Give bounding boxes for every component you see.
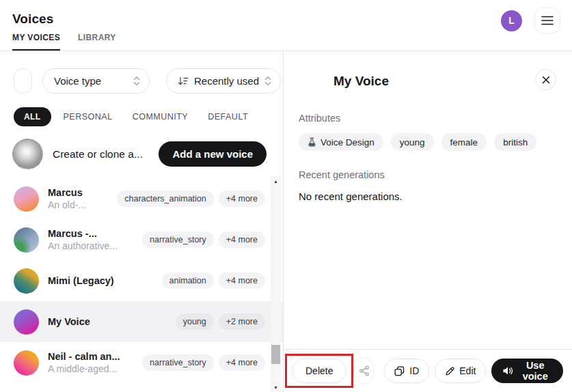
share-button[interactable] (353, 358, 374, 384)
page-title: Voices (12, 12, 53, 27)
speaker-icon (502, 366, 513, 376)
voice-avatar (14, 186, 39, 212)
flask-icon (308, 137, 316, 147)
voice-type-label: Voice type (54, 75, 101, 87)
voice-more-tags[interactable]: +2 more (219, 313, 265, 330)
voice-subtitle: An authorative... (48, 240, 118, 251)
share-icon (359, 365, 370, 376)
list-scrollbar[interactable]: ▲ ▼ (271, 176, 281, 392)
tab-my-voices[interactable]: MY VOICES (12, 33, 60, 51)
chevron-updown-icon (133, 76, 140, 86)
attribute-label: british (503, 137, 528, 148)
attribute-label: Voice Design (321, 137, 374, 148)
pencil-icon (445, 366, 454, 376)
voice-name: Mimi (Legacy) (48, 275, 114, 286)
voice-name: Neil - calm an... (48, 351, 120, 362)
voice-name: Marcus -... (48, 228, 118, 239)
add-new-voice-button[interactable]: Add a new voice (159, 141, 267, 167)
attributes-row: Voice Design young female british (299, 133, 572, 151)
attribute-female: female (441, 133, 487, 151)
edit-label: Edit (459, 365, 476, 376)
chip-personal[interactable]: PERSONAL (64, 112, 113, 122)
voice-row-my-voice[interactable]: My Voice young +2 more (0, 301, 283, 342)
voice-row-mimi[interactable]: Mimi (Legacy) animation +4 more (0, 260, 283, 301)
use-voice-button[interactable]: Use voice (491, 359, 563, 383)
voice-avatar (14, 350, 39, 376)
voice-tag: characters_animation (117, 191, 214, 207)
recent-generations-empty: No recent generations. (299, 191, 572, 202)
voice-more-tags[interactable]: +4 more (219, 354, 265, 371)
voice-more-tags[interactable]: +4 more (219, 272, 265, 289)
close-icon (542, 76, 550, 84)
attribute-label: young (400, 137, 425, 148)
voice-more-tags[interactable]: +4 more (219, 232, 265, 248)
create-voice-avatar (12, 139, 43, 169)
voice-detail-panel: My Voice Attributes Voice Design young f… (284, 51, 572, 392)
scroll-up-arrow-icon[interactable]: ▲ (271, 176, 281, 186)
chip-default[interactable]: DEFAULT (208, 112, 248, 122)
tab-bar: MY VOICES LIBRARY (12, 33, 116, 51)
voice-list: Marcus An old-... characters_animation +… (0, 178, 283, 383)
attribute-voice-design: Voice Design (299, 133, 383, 151)
chip-all[interactable]: ALL (14, 107, 51, 126)
attribute-label: female (450, 137, 478, 148)
use-voice-label: Use voice (518, 360, 552, 382)
scrollbar-thumb[interactable] (271, 345, 280, 364)
voice-row-marcus-2[interactable]: Marcus -... An authorative... narrative_… (0, 219, 283, 260)
voice-subtitle: A middle-aged... (48, 363, 120, 374)
voice-row-marcus[interactable]: Marcus An old-... characters_animation +… (0, 178, 283, 219)
voice-list-panel: Voice type Recently used ALL PERSONAL CO… (0, 51, 284, 392)
delete-button[interactable]: Delete (292, 359, 346, 383)
copy-id-button[interactable]: ID (384, 359, 429, 383)
scroll-down-arrow-icon[interactable]: ▼ (271, 382, 281, 392)
voice-name: Marcus (48, 187, 86, 198)
voice-avatar (14, 227, 39, 253)
copy-id-label: ID (409, 365, 419, 376)
category-chips: ALL PERSONAL COMMUNITY DEFAULT (14, 107, 283, 126)
sort-descending-icon (178, 76, 189, 86)
attributes-label: Attributes (299, 113, 572, 124)
annotation-highlight-box: Delete (285, 354, 353, 388)
app-header: Voices MY VOICES LIBRARY L (0, 0, 572, 51)
filter-row: Voice type Recently used (14, 68, 283, 94)
voice-type-select[interactable]: Voice type (42, 68, 150, 94)
tab-library[interactable]: LIBRARY (78, 33, 116, 51)
detail-action-bar: Delete ID (284, 349, 572, 392)
recent-generations-label: Recent generations (299, 169, 572, 180)
chip-community[interactable]: COMMUNITY (133, 112, 189, 122)
sort-label: Recently used (194, 75, 259, 87)
create-voice-row: Create or clone a... Add a new voice (12, 139, 267, 169)
voice-tag: young (176, 313, 214, 330)
voice-tag: animation (162, 272, 214, 289)
attribute-young: young (391, 133, 434, 151)
voice-more-tags[interactable]: +4 more (219, 191, 265, 207)
voice-tag: narrative_story (142, 354, 214, 371)
voice-avatar (14, 268, 39, 294)
attribute-british: british (494, 133, 536, 151)
hamburger-icon (541, 16, 554, 25)
header-actions: L (501, 8, 560, 33)
chevron-updown-icon (264, 76, 271, 86)
edit-button[interactable]: Edit (435, 359, 486, 383)
voice-name: My Voice (48, 316, 90, 327)
voice-avatar (14, 309, 39, 335)
close-detail-button[interactable] (535, 69, 556, 90)
copy-icon (394, 366, 405, 376)
user-avatar[interactable]: L (501, 10, 522, 31)
voice-subtitle: An old-... (48, 199, 86, 210)
sort-select[interactable]: Recently used (166, 68, 281, 94)
search-button[interactable] (14, 68, 32, 94)
create-voice-label: Create or clone a... (53, 148, 143, 160)
voice-row-neil[interactable]: Neil - calm an... A middle-aged... narra… (0, 342, 283, 383)
voice-tag: narrative_story (142, 232, 214, 248)
hamburger-menu-button[interactable] (534, 8, 560, 33)
